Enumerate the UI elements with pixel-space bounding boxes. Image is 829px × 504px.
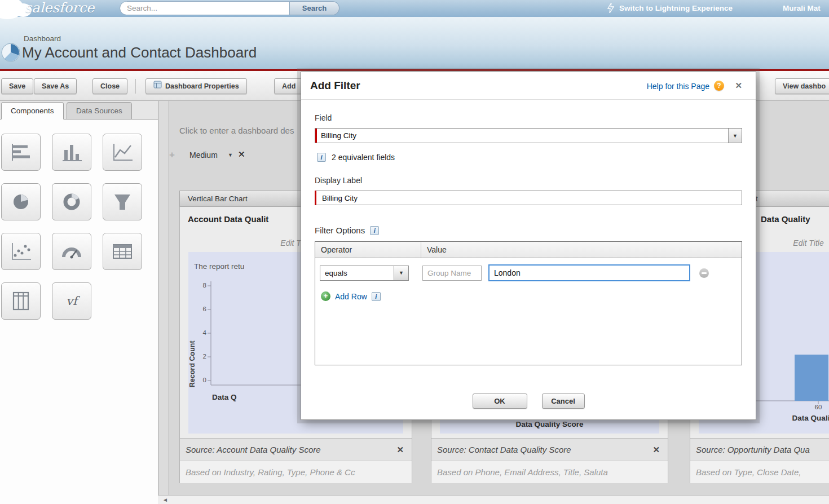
lightning-bolt-icon [607, 3, 614, 15]
field-select[interactable]: Billing City ▼ [315, 128, 742, 143]
based-on-row: Based on Type, Close Date, [690, 461, 829, 483]
save-button[interactable]: Save [1, 78, 33, 94]
close-button[interactable]: Close [92, 78, 127, 94]
y-tick: 0 [193, 377, 206, 383]
component-tile-donut-chart[interactable] [52, 183, 91, 220]
chevron-down-icon[interactable]: ▼ [228, 152, 233, 158]
horizontal-bar-chart-icon [8, 141, 33, 163]
help-icon[interactable]: ? [714, 81, 724, 91]
filter-options-row: Filter Options i [315, 226, 379, 235]
filter-table-header: Operator Value [315, 242, 742, 258]
info-icon[interactable]: i [317, 153, 326, 162]
component-title: Data Quality [761, 214, 810, 224]
component-palette: vf [1, 134, 142, 320]
source-label: Source: Opportunity Data Qua [696, 445, 810, 454]
search-input[interactable] [120, 1, 290, 15]
column-table-icon [8, 290, 33, 312]
source-label: Source: Account Data Quality Score [186, 445, 321, 454]
component-tile-gauge-chart[interactable] [52, 233, 91, 270]
scroll-left-arrow-icon[interactable]: ◄ [162, 497, 168, 503]
breadcrumb: Dashboard [24, 34, 61, 43]
remove-column-icon[interactable]: ✕ [238, 149, 245, 160]
info-icon[interactable]: i [372, 292, 381, 301]
funnel-chart-icon [110, 191, 135, 213]
chevron-down-icon[interactable]: ▼ [728, 129, 742, 143]
component-tile-vertical-bar-chart[interactable] [52, 134, 91, 171]
component-tile-horizontal-bar-chart[interactable] [1, 134, 41, 171]
y-tick: 8 [193, 282, 206, 289]
dashboard-icon [1, 43, 20, 64]
equivalent-fields-row: i 2 equivalent fields [317, 153, 395, 162]
component-sidebar: Components Data Sources [0, 101, 158, 504]
close-icon[interactable]: ✕ [735, 81, 742, 91]
filter-value-input[interactable] [488, 264, 690, 281]
tab-components[interactable]: Components [1, 102, 64, 120]
remove-source-icon[interactable]: ✕ [652, 439, 660, 461]
component-tile-line-chart[interactable] [103, 134, 142, 171]
display-label-input[interactable] [315, 191, 742, 205]
horizontal-scrollbar[interactable]: ◄ [158, 495, 829, 504]
view-dashboard-button[interactable]: View dashbo [775, 78, 829, 94]
cancel-button[interactable]: Cancel [542, 394, 585, 409]
operator-select[interactable]: equals [320, 266, 394, 281]
salesforce-logo: salesforce [25, 0, 94, 16]
page-header-band: Dashboard My Account and Contact Dashboa… [0, 17, 829, 69]
gauge-chart-icon [59, 240, 84, 263]
component-tile-pie-chart[interactable] [1, 183, 41, 220]
value-column-header: Value [421, 242, 742, 258]
based-on-row: Based on Industry, Rating, Type, Phone &… [180, 461, 412, 483]
global-search: Search [120, 1, 339, 15]
component-palette-panel: vf [0, 119, 158, 504]
component-tile-visualforce-page[interactable]: vf [52, 282, 91, 320]
field-label: Field [315, 113, 332, 122]
required-indicator [315, 191, 316, 205]
vertical-bar-chart-icon [59, 141, 84, 163]
component-tile-column-table[interactable] [1, 282, 41, 320]
add-row-control: + Add Row i [321, 291, 381, 301]
dashboard-description-placeholder[interactable]: Click to enter a dashboard des [179, 126, 294, 135]
user-menu[interactable]: Murali Mat [783, 4, 821, 12]
operator-chevron-down-icon[interactable]: ▼ [394, 266, 409, 281]
component-source-row: Source: Opportunity Data Qua [690, 438, 829, 461]
component-tile-scatter-chart[interactable] [1, 233, 41, 270]
display-label-label: Display Label [315, 176, 362, 185]
tab-data-sources[interactable]: Data Sources [67, 102, 132, 120]
search-button[interactable]: Search [290, 1, 339, 15]
info-icon[interactable]: i [370, 226, 379, 235]
operator-column-header: Operator [315, 242, 421, 258]
sidebar-tabs: Components Data Sources [0, 102, 158, 120]
properties-gear-icon [153, 79, 162, 94]
y-tick: 6 [193, 306, 206, 312]
save-as-button[interactable]: Save As [34, 78, 77, 94]
dashboard-properties-button[interactable]: Dashboard Properties [145, 78, 247, 94]
toolbar-divider [135, 79, 136, 94]
help-for-this-page-link[interactable]: Help for this Page [647, 82, 709, 91]
x-tick: 60 [807, 404, 829, 410]
x-axis-label: Data Quality [766, 414, 829, 422]
add-row-link[interactable]: Add Row [335, 292, 367, 301]
add-filter-dialog: Add Filter Help for this Page ? ✕ Field … [301, 72, 756, 420]
ok-button[interactable]: OK [473, 394, 527, 409]
x-axis-label: Data Q [212, 393, 237, 401]
remove-source-icon[interactable]: ✕ [396, 439, 404, 461]
add-row-plus-icon[interactable]: + [321, 291, 330, 301]
filter-options-label: Filter Options [315, 226, 365, 235]
dialog-actions: OK Cancel [301, 394, 756, 409]
component-tile-funnel-chart[interactable] [103, 183, 142, 220]
switch-to-lightning-link[interactable]: Switch to Lightning Experience [619, 4, 733, 12]
required-indicator [315, 129, 317, 143]
remove-row-icon[interactable] [699, 268, 709, 278]
filter-options-table: Operator Value equals ▼ + Add Row i [315, 241, 742, 365]
source-label: Source: Contact Data Quality Score [437, 445, 571, 454]
group-name-input[interactable] [422, 266, 482, 281]
column-size-dropdown[interactable]: Medium [189, 151, 218, 160]
display-label-field [315, 191, 742, 205]
donut-chart-icon [59, 191, 84, 213]
bar-data-quality-60 [795, 355, 828, 401]
add-column-icon[interactable]: + [169, 149, 175, 161]
grid-table-icon [110, 240, 135, 263]
dialog-title: Add Filter [310, 79, 360, 92]
component-tile-grid-table[interactable] [103, 233, 142, 270]
sidebar-splitter[interactable] [158, 101, 169, 495]
field-selected-value: Billing City [321, 131, 356, 140]
